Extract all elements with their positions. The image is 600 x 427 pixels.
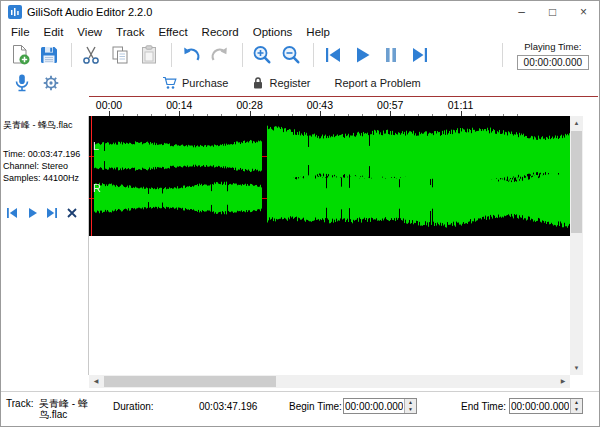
record-button[interactable] [9,70,35,96]
status-duration-value: 00:03:47.196 [199,401,257,412]
timeline-tick-label: 00:43 [307,99,333,111]
play-button[interactable] [349,42,375,68]
track-skip-end-icon [45,206,59,220]
right-channel-label: R [93,182,101,194]
menu-record[interactable]: Record [195,25,246,39]
menu-options[interactable]: Options [246,25,300,39]
menu-effect[interactable]: Effect [151,25,194,39]
end-time-label: End Time: [461,401,506,412]
toolbar-separator [502,43,503,67]
pause-button[interactable] [378,42,404,68]
report-problem-link[interactable]: Report a Problem [334,77,420,89]
menu-track[interactable]: Track [109,25,151,39]
begin-time-input[interactable] [344,399,404,413]
play-icon [351,44,373,66]
status-duration-label: Duration: [113,401,154,412]
report-problem-label: Report a Problem [334,77,420,89]
timeline-tick-label: 01:11 [448,99,474,111]
end-time-input[interactable] [510,399,570,413]
close-button[interactable]: × [568,1,599,23]
begin-time-label: Begin Time: [289,401,342,412]
end-time-field: ▲ ▼ [509,398,583,414]
skip-end-icon [409,44,431,66]
scroll-left-icon[interactable]: ◀ [89,375,103,388]
toolbar-separator [313,43,314,67]
save-icon [38,44,60,66]
track-close-icon [65,206,79,220]
app-logo-icon [8,5,22,19]
playing-time-value: 00:00:00.000 [517,55,589,70]
waveform-area: L R [89,116,570,236]
menu-file[interactable]: File [4,25,37,39]
track-samples: Samples: 44100Hz [3,172,80,184]
zoom-out-button[interactable] [278,42,304,68]
paste-icon [138,44,160,66]
menu-bar: File Edit View Track Effect Record Optio… [1,23,599,40]
horizontal-scrollbar[interactable]: ◀ ▶ [89,375,570,388]
track-info-panel: 吴青峰 - 蜂鸟.flac Time: 00:03:47.196 Channel… [1,116,89,375]
track-skip-end-button[interactable] [43,204,60,221]
skip-start-button[interactable] [320,42,346,68]
vertical-scrollbar[interactable]: ▲ ▼ [570,116,583,375]
spinner-down-icon[interactable]: ▼ [571,406,582,413]
paste-button[interactable] [136,42,162,68]
spinner-up-icon[interactable]: ▲ [571,399,582,406]
purchase-label: Purchase [182,77,228,89]
status-track-value: 吴青峰 - 蜂鸟.flac [39,398,101,420]
track-close-button[interactable] [63,204,80,221]
app-window: GiliSoft Audio Editor 2.2.0 – □ × File E… [0,0,600,427]
track-controls [3,204,80,221]
toolbar-separator [71,43,72,67]
track-play-icon [25,206,39,220]
scroll-right-icon[interactable]: ▶ [556,375,570,388]
scroll-up-icon[interactable]: ▲ [570,116,583,130]
track-skip-start-button[interactable] [3,204,20,221]
skip-end-button[interactable] [407,42,433,68]
purchase-link[interactable]: Purchase [162,76,228,90]
window-title: GiliSoft Audio Editor 2.2.0 [27,6,152,18]
undo-icon [180,44,202,66]
maximize-button[interactable]: □ [537,1,568,23]
spinner-up-icon[interactable]: ▲ [405,399,416,406]
copy-icon [109,44,131,66]
cart-icon [162,76,177,90]
status-track-label: Track: [6,398,33,409]
save-button[interactable] [36,42,62,68]
spinner-down-icon[interactable]: ▼ [405,406,416,413]
lock-icon [252,76,264,90]
new-file-button[interactable] [7,42,33,68]
redo-button[interactable] [207,42,233,68]
skip-start-icon [322,44,344,66]
menu-help[interactable]: Help [299,25,337,39]
undo-button[interactable] [178,42,204,68]
horizontal-scrollbar-thumb[interactable] [104,376,276,387]
waveform-display[interactable] [89,116,570,236]
track-meta: Time: 00:03:47.196 Channel: Stereo Sampl… [3,148,80,184]
secondary-toolbar: Purchase Register Report a Problem [1,70,599,96]
timeline-tick-label: 00:00 [96,99,122,111]
title-bar: GiliSoft Audio Editor 2.2.0 – □ × [1,1,599,23]
scroll-down-icon[interactable]: ▼ [570,361,583,375]
vertical-scrollbar-thumb[interactable] [571,131,582,233]
track-skip-start-icon [5,206,19,220]
minimize-button[interactable]: – [506,1,537,23]
track-play-button[interactable] [23,204,40,221]
zoom-out-icon [280,44,302,66]
register-link[interactable]: Register [252,76,310,90]
copy-button[interactable] [107,42,133,68]
timeline-tick-label: 00:14 [166,99,192,111]
timeline-tick-label: 00:28 [236,99,262,111]
playing-time: Playing Time: 00:00:00.000 [517,41,589,70]
zoom-in-button[interactable] [249,42,275,68]
redo-icon [209,44,231,66]
cut-button[interactable] [78,42,104,68]
cut-icon [80,44,102,66]
menu-view[interactable]: View [70,25,109,39]
microphone-icon [12,73,32,93]
main-toolbar: Playing Time: 00:00:00.000 [1,40,599,70]
timeline-ruler[interactable]: 00:0000:1400:2800:4300:5701:11 [89,96,598,117]
track-name: 吴青峰 - 蜂鸟.flac [3,119,87,132]
pause-icon [380,44,402,66]
settings-button[interactable] [38,70,64,96]
menu-edit[interactable]: Edit [37,25,71,39]
